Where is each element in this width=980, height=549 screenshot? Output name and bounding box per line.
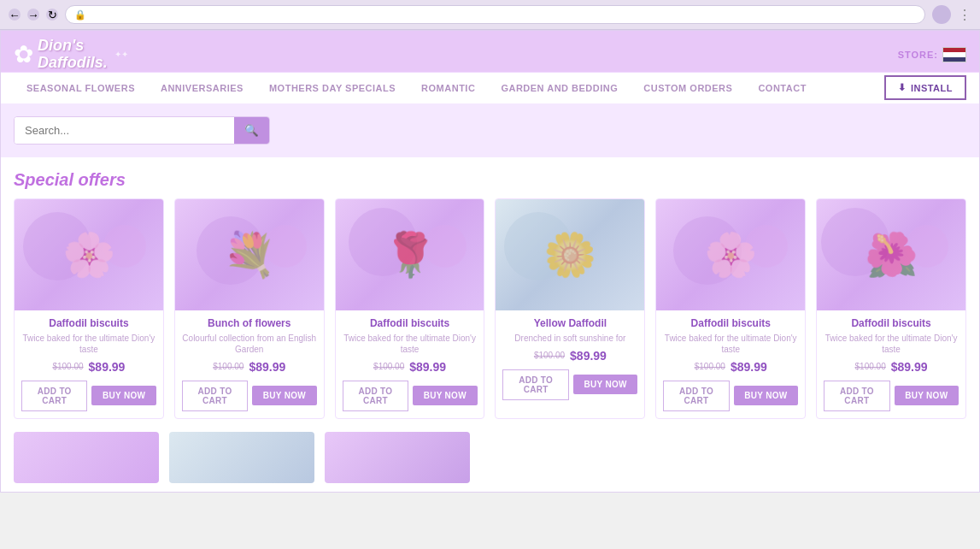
nav-contact[interactable]: CONTACT: [745, 73, 819, 103]
price-row-0: $100.00 $89.99: [21, 360, 156, 374]
logo-area[interactable]: ✿ Dion's Daffodils. ✦✦: [14, 38, 128, 72]
logo-text: Dion's Daffodils.: [38, 38, 108, 72]
product-actions-0: ADD TO CART BUY NOW: [21, 381, 156, 411]
product-actions-3: ADD TO CART BUY NOW: [502, 369, 637, 400]
buy-now-button-3[interactable]: BUY NOW: [573, 375, 637, 394]
product-card-2: 🌹 Daffodil biscuits Twice baked for the …: [335, 198, 485, 419]
search-icon: 🔍: [244, 124, 259, 137]
price-row-3: $100.00 $89.99: [502, 349, 637, 363]
add-to-cart-button-3[interactable]: ADD TO CART: [502, 369, 568, 400]
section-header: Special offers: [1, 157, 979, 198]
lock-icon: 🔒: [74, 9, 86, 21]
buy-now-button-4[interactable]: BUY NOW: [734, 386, 798, 405]
buy-now-button-0[interactable]: BUY NOW: [91, 386, 156, 405]
buy-now-button-2[interactable]: BUY NOW: [413, 386, 477, 405]
add-to-cart-button-1[interactable]: ADD TO CART: [182, 381, 248, 411]
site-wrapper: ✿ Dion's Daffodils. ✦✦ STORE: SEASONAL F…: [0, 30, 980, 493]
nav-romantic[interactable]: ROMANTIC: [408, 73, 488, 103]
search-box: 🔍: [14, 116, 270, 145]
search-input[interactable]: [15, 117, 234, 144]
buy-now-button-1[interactable]: BUY NOW: [252, 386, 316, 405]
price-original-1: $100.00: [213, 362, 244, 371]
price-original-4: $100.00: [695, 362, 725, 371]
url-input[interactable]: [91, 9, 916, 21]
site-header: ✿ Dion's Daffodils. ✦✦ STORE: SEASONAL F…: [1, 31, 979, 103]
products-grid: 🌸 Daffodil biscuits Twice baked for the …: [1, 198, 979, 432]
product-image-1: 💐: [175, 199, 324, 310]
product-name-4: Daffodil biscuits: [663, 317, 798, 329]
section-title: Special offers: [14, 170, 966, 190]
price-row-1: $100.00 $89.99: [182, 360, 317, 374]
header-top: ✿ Dion's Daffodils. ✦✦ STORE:: [1, 31, 979, 72]
product-desc-5: Twice baked for the ultimate Dion'y tast…: [824, 333, 959, 355]
price-original-5: $100.00: [855, 362, 886, 371]
browser-forward-button[interactable]: →: [27, 9, 39, 21]
price-sale-3: $89.99: [570, 349, 607, 363]
browser-back-button[interactable]: ←: [9, 9, 21, 21]
install-button[interactable]: ⬇ INSTALL: [884, 75, 966, 100]
product-card-bottom-2: [325, 432, 470, 483]
product-desc-1: Colourful collection from an English Gar…: [182, 333, 317, 355]
product-flower-icon-2: 🌹: [336, 199, 484, 310]
add-to-cart-button-5[interactable]: ADD TO CART: [824, 381, 889, 411]
browser-menu-icon[interactable]: ⋮: [958, 7, 971, 23]
product-card-5: 🌺 Daffodil biscuits Twice baked for the …: [816, 198, 966, 419]
products-grid-bottom: [1, 432, 979, 492]
product-flower-icon-5: 🌺: [817, 199, 965, 310]
nav-garden[interactable]: GARDEN AND BEDDING: [488, 73, 631, 103]
product-image-3: 🌼: [496, 199, 644, 310]
price-row-4: $100.00 $89.99: [663, 360, 798, 374]
product-card-bottom-1: [169, 432, 314, 483]
price-original-3: $100.00: [534, 351, 565, 360]
search-button[interactable]: 🔍: [234, 117, 269, 144]
product-card-bottom-0: [14, 432, 159, 483]
nav-custom-orders[interactable]: CUSTOM ORDERS: [631, 73, 745, 103]
product-actions-1: ADD TO CART BUY NOW: [182, 381, 317, 411]
product-desc-4: Twice baked for the ultimate Dion'y tast…: [663, 333, 798, 355]
add-to-cart-button-4[interactable]: ADD TO CART: [663, 381, 729, 411]
price-sale-0: $89.99: [89, 360, 126, 374]
product-image-4: 🌸: [656, 199, 805, 310]
store-selector[interactable]: STORE:: [898, 47, 966, 62]
nav-mothers-day[interactable]: MOTHERS DAY SPECIALS: [256, 73, 408, 103]
browser-chrome: ← → ↻ 🔒 ⋮: [0, 0, 980, 30]
product-info-2: Daffodil biscuits Twice baked for the ul…: [336, 310, 484, 418]
url-bar[interactable]: 🔒: [65, 5, 925, 24]
logo-stars: ✦✦: [114, 50, 128, 59]
search-area: 🔍: [1, 103, 979, 157]
product-flower-icon-0: 🌸: [15, 199, 163, 310]
product-desc-0: Twice baked for the ultimate Dion'y tast…: [21, 333, 156, 355]
install-icon: ⬇: [898, 82, 907, 93]
price-original-0: $100.00: [52, 362, 83, 371]
product-actions-2: ADD TO CART BUY NOW: [343, 381, 478, 411]
product-actions-5: ADD TO CART BUY NOW: [824, 381, 959, 411]
price-original-2: $100.00: [373, 362, 404, 371]
product-flower-icon-4: 🌸: [656, 199, 805, 310]
product-name-1: Bunch of flowers: [182, 317, 317, 329]
nav-seasonal-flowers[interactable]: SEASONAL FLOWERS: [14, 73, 148, 103]
buy-now-button-5[interactable]: BUY NOW: [895, 386, 959, 405]
add-to-cart-button-2[interactable]: ADD TO CART: [343, 381, 408, 411]
product-card-3: 🌼 Yellow Daffodil Drenched in soft sunsh…: [495, 198, 645, 419]
product-card-0: 🌸 Daffodil biscuits Twice baked for the …: [14, 198, 164, 419]
product-desc-3: Drenched in soft sunshine for: [502, 333, 637, 344]
product-card-4: 🌸 Daffodil biscuits Twice baked for the …: [655, 198, 806, 419]
browser-profile-icon: [932, 5, 951, 24]
product-actions-4: ADD TO CART BUY NOW: [663, 381, 798, 411]
price-sale-1: $89.99: [249, 360, 285, 374]
product-name-3: Yellow Daffodil: [502, 317, 637, 329]
nav-bar: SEASONAL FLOWERS ANNIVERSARIES MOTHERS D…: [1, 72, 979, 103]
product-info-0: Daffodil biscuits Twice baked for the ul…: [15, 310, 163, 418]
price-sale-2: $89.99: [409, 360, 446, 374]
product-info-5: Daffodil biscuits Twice baked for the ul…: [817, 310, 965, 418]
flag-icon: [942, 47, 966, 62]
browser-refresh-button[interactable]: ↻: [46, 9, 58, 21]
nav-anniversaries[interactable]: ANNIVERSARIES: [148, 73, 256, 103]
product-name-0: Daffodil biscuits: [21, 317, 156, 329]
product-desc-2: Twice baked for the ultimate Dion'y tast…: [343, 333, 478, 355]
product-image-5: 🌺: [817, 199, 965, 310]
add-to-cart-button-0[interactable]: ADD TO CART: [21, 381, 87, 411]
price-sale-4: $89.99: [731, 360, 767, 374]
logo-flower-icon: ✿: [14, 40, 33, 68]
product-flower-icon-3: 🌼: [496, 199, 644, 310]
